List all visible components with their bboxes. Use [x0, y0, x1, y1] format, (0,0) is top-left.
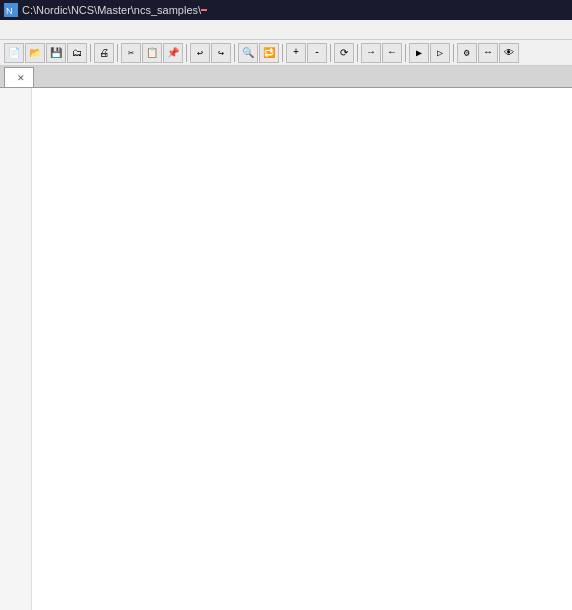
undo-button[interactable]: ↩: [190, 43, 210, 63]
copy-button[interactable]: 📋: [142, 43, 162, 63]
tab-partitions[interactable]: ✕: [4, 67, 34, 87]
new-button[interactable]: 📄: [4, 43, 24, 63]
indent-button[interactable]: →: [361, 43, 381, 63]
sep6: [330, 44, 331, 62]
sep7: [357, 44, 358, 62]
menu-run[interactable]: [110, 28, 122, 32]
svg-text:N: N: [6, 6, 13, 16]
menu-language[interactable]: [62, 28, 74, 32]
tab-bar: ✕: [0, 66, 572, 88]
sep3: [186, 44, 187, 62]
outdent-button[interactable]: ←: [382, 43, 402, 63]
code-area[interactable]: [32, 88, 572, 610]
view-button[interactable]: 👁: [499, 43, 519, 63]
menu-bar: [0, 20, 572, 40]
macro-button[interactable]: ▶: [409, 43, 429, 63]
menu-settings[interactable]: [74, 28, 86, 32]
editor[interactable]: [0, 88, 572, 610]
menu-tools[interactable]: [86, 28, 98, 32]
sep4: [234, 44, 235, 62]
find-button[interactable]: 🔍: [238, 43, 258, 63]
plugin-button[interactable]: ⚙: [457, 43, 477, 63]
open-button[interactable]: 📂: [25, 43, 45, 63]
save-all-button[interactable]: 🗂: [67, 43, 87, 63]
sync-button[interactable]: ⟳: [334, 43, 354, 63]
redo-button[interactable]: ↪: [211, 43, 231, 63]
title-highlight: [201, 9, 207, 11]
menu-edit[interactable]: [14, 28, 26, 32]
menu-view[interactable]: [38, 28, 50, 32]
print-button[interactable]: 🖨: [94, 43, 114, 63]
zoom-in-button[interactable]: +: [286, 43, 306, 63]
title-path: C:\Nordic\NCS\Master\ncs_samples\: [22, 4, 201, 16]
run-button[interactable]: ▷: [430, 43, 450, 63]
tab-close-button[interactable]: ✕: [17, 73, 25, 83]
zoom-out-button[interactable]: -: [307, 43, 327, 63]
sep1: [90, 44, 91, 62]
wrap-button[interactable]: ↔: [478, 43, 498, 63]
cut-button[interactable]: ✂: [121, 43, 141, 63]
replace-button[interactable]: 🔁: [259, 43, 279, 63]
sep5: [282, 44, 283, 62]
menu-help[interactable]: [146, 28, 158, 32]
menu-file[interactable]: [2, 28, 14, 32]
menu-window[interactable]: [134, 28, 146, 32]
menu-encoding[interactable]: [50, 28, 62, 32]
app-icon: N: [4, 3, 18, 17]
toolbar: 📄 📂 💾 🗂 🖨 ✂ 📋 📌 ↩ ↪ 🔍 🔁 + - ⟳ → ← ▶ ▷ ⚙ …: [0, 40, 572, 66]
paste-button[interactable]: 📌: [163, 43, 183, 63]
sep2: [117, 44, 118, 62]
line-numbers: [0, 88, 32, 610]
menu-macro[interactable]: [98, 28, 110, 32]
menu-search[interactable]: [26, 28, 38, 32]
title-bar: N C:\Nordic\NCS\Master\ncs_samples\: [0, 0, 572, 20]
menu-plugins[interactable]: [122, 28, 134, 32]
sep8: [405, 44, 406, 62]
save-button[interactable]: 💾: [46, 43, 66, 63]
sep9: [453, 44, 454, 62]
